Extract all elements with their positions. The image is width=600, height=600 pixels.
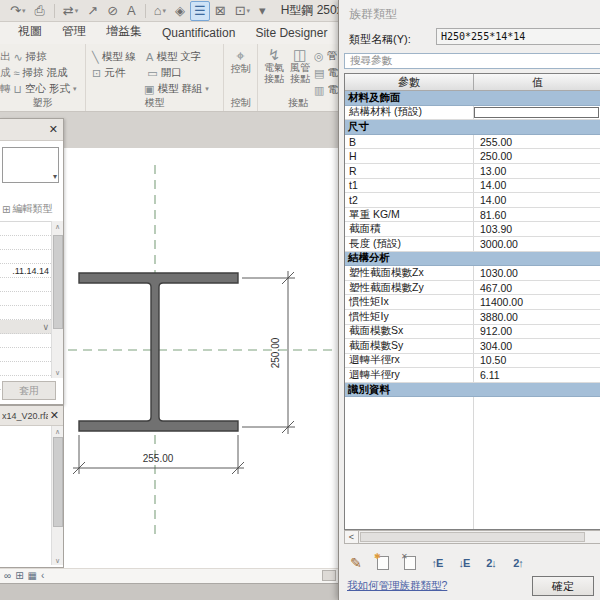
project-browser-scrollbar[interactable]: ∧ ∨ — [51, 426, 63, 565]
column-header-parameter[interactable]: 參數 — [345, 74, 474, 90]
tab-addins[interactable]: 增益集 — [96, 20, 152, 44]
electrical-connector-button[interactable]: ↯ 電氣 接點 — [262, 49, 286, 97]
property-row[interactable] — [0, 348, 51, 362]
column-header-value[interactable]: 值 — [474, 74, 600, 90]
param-value[interactable]: 250.00 — [474, 149, 600, 163]
visual-style-icon[interactable]: ▦ — [28, 570, 37, 582]
width-dimension-value[interactable]: 255.00 — [143, 453, 174, 464]
property-row[interactable] — [0, 222, 51, 236]
scroll-down-icon[interactable]: ∨ — [55, 557, 60, 565]
tag-icon[interactable]: ⊘ — [103, 1, 122, 21]
property-row[interactable] — [0, 250, 51, 264]
type-name-input[interactable]: H250*255*14*14 — [436, 28, 600, 45]
canvas-hscrollbar[interactable] — [322, 570, 336, 581]
param-value[interactable]: 255.00 — [474, 135, 600, 149]
param-value[interactable]: 912.00 — [474, 325, 600, 339]
property-row[interactable]: .11.14.14 — [0, 264, 51, 278]
close-hidden-windows-icon[interactable]: ⊠ — [211, 1, 230, 21]
pipe-connector-button[interactable]: ◎ 管 — [314, 49, 338, 63]
param-row[interactable]: 單重 KG/M81.60 — [345, 208, 600, 223]
param-value[interactable]: 14.00 — [474, 179, 600, 193]
property-row[interactable] — [0, 334, 51, 348]
void-forms-button[interactable]: 轉 ⊔ 空心 形式 ▾ — [0, 81, 83, 97]
aligned-dimension-icon[interactable]: ↗ — [83, 1, 102, 21]
scrollbar-thumb[interactable] — [360, 532, 585, 542]
tab-site-designer[interactable]: Site Designer — [245, 23, 337, 44]
param-value[interactable]: 14.00 — [474, 193, 600, 207]
param-value[interactable]: 3880.00 — [474, 310, 600, 324]
model-text-button[interactable]: A 模型 文字 — [146, 49, 201, 65]
control-button[interactable]: ⌖ 控制 — [224, 50, 258, 74]
properties-scrollbar[interactable]: ∧ ∨ — [51, 221, 63, 378]
param-value[interactable]: 11400.00 — [474, 295, 600, 309]
scroll-down-icon[interactable]: ∨ — [55, 367, 60, 378]
default-3d-view-icon[interactable]: ⌂▾ — [150, 1, 170, 21]
param-row[interactable]: t114.00 — [345, 179, 600, 194]
text-icon[interactable]: A — [123, 1, 140, 21]
sort-ascending-button[interactable]: 2↓ — [482, 554, 500, 572]
param-row[interactable]: 塑性截面模數Zx1030.00 — [345, 266, 600, 281]
property-group-row[interactable]: ∨ — [0, 320, 51, 334]
param-value[interactable]: 3000.00 — [474, 237, 600, 251]
redo-icon[interactable]: ↷▾ — [6, 1, 29, 21]
property-row[interactable] — [0, 292, 51, 306]
swept-blend-button[interactable]: 成 ≈ 掃掠 混成 — [0, 65, 83, 81]
delete-type-button[interactable]: ✕ — [401, 554, 419, 572]
model-line-button[interactable]: ╲ 模型 線 — [92, 49, 136, 65]
param-value[interactable]: 6.11 — [474, 368, 600, 382]
param-row[interactable]: 長度 (預設)3000.00 — [345, 237, 600, 252]
height-dimension-value[interactable]: 250.00 — [270, 337, 281, 368]
scroll-up-icon[interactable]: ∧ — [55, 426, 60, 437]
property-row[interactable] — [0, 362, 51, 376]
edit-type-button[interactable]: ⊞ 編輯類型 — [2, 201, 61, 217]
measure-icon[interactable]: ⇄▾ — [59, 1, 82, 21]
param-value[interactable]: 304.00 — [474, 339, 600, 353]
table-hscrollbar[interactable]: < — [344, 530, 600, 544]
hbeam-profile[interactable] — [79, 273, 238, 431]
cable-tray-connector-button[interactable]: ▤ 電纜 — [314, 66, 338, 80]
close-icon[interactable]: ✕ — [47, 123, 60, 136]
apply-button[interactable]: 套用 — [2, 381, 56, 400]
property-row[interactable] — [0, 306, 51, 320]
param-value[interactable]: 10.50 — [474, 354, 600, 368]
param-row[interactable]: 截面模數Sy304.00 — [345, 339, 600, 354]
param-value[interactable]: 1030.00 — [474, 266, 600, 280]
param-row[interactable]: 迴轉半徑ry6.11 — [345, 368, 600, 383]
tab-quantification[interactable]: Quantification — [152, 23, 245, 44]
param-value[interactable]: 81.60 — [474, 208, 600, 222]
param-row[interactable]: 慣性矩Iy3880.00 — [345, 310, 600, 325]
param-value[interactable]: 13.00 — [474, 164, 600, 178]
customize-qat-icon[interactable]: ▾ — [255, 1, 270, 21]
component-button[interactable]: ⊡ 元件 — [92, 65, 125, 81]
search-parameters-input[interactable]: 搜尋參數 — [344, 53, 600, 69]
property-row[interactable] — [0, 236, 51, 250]
help-link[interactable]: 我如何管理族群類型? — [347, 579, 447, 593]
move-parameter-up-button[interactable]: ↑E — [428, 554, 446, 572]
family-types-icon[interactable]: ☰ — [190, 1, 210, 21]
param-value[interactable] — [474, 107, 599, 119]
param-row[interactable]: 結構材料 (預設) — [345, 106, 600, 121]
edit-parameter-button[interactable]: ✎ — [347, 554, 365, 572]
scroll-left-button[interactable]: < — [345, 531, 359, 543]
opening-button[interactable]: ▭ 開口 — [147, 65, 181, 81]
param-row[interactable]: t214.00 — [345, 193, 600, 208]
tab-view[interactable]: 視圖 — [8, 20, 52, 44]
switch-windows-icon[interactable]: ⊡▾ — [231, 1, 254, 21]
conduit-connector-button[interactable]: ▥ 電管 — [314, 83, 338, 97]
param-value[interactable]: 103.90 — [474, 222, 600, 236]
scroll-up-icon[interactable]: ∧ — [55, 221, 60, 232]
reveal-hidden-elements-icon[interactable]: ∞ — [4, 570, 11, 582]
param-row[interactable]: 塑性截面模數Zy467.00 — [345, 281, 600, 296]
section-icon[interactable]: ◈ — [171, 1, 189, 21]
param-row[interactable]: 迴轉半徑rx10.50 — [345, 354, 600, 369]
height-dimension[interactable] — [242, 271, 295, 434]
scrollbar-thumb[interactable] — [53, 437, 63, 527]
param-row[interactable]: 截面模數Sx912.00 — [345, 325, 600, 340]
duct-connector-button[interactable]: ◫ 風管 接點 — [288, 49, 312, 97]
param-value[interactable]: 467.00 — [474, 281, 600, 295]
param-row[interactable]: H250.00 — [345, 149, 600, 164]
move-parameter-down-button[interactable]: ↓E — [455, 554, 473, 572]
param-row[interactable]: 慣性矩Ix11400.00 — [345, 295, 600, 310]
scrollbar-thumb[interactable] — [53, 235, 63, 329]
type-selector[interactable]: ▾ — [2, 147, 59, 183]
